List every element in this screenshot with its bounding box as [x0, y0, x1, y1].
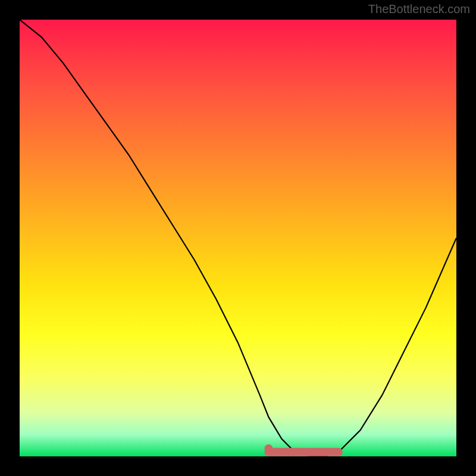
optimal-range-start-dot	[264, 444, 273, 453]
bottleneck-curve-path	[20, 20, 456, 456]
bottleneck-chart	[20, 20, 456, 456]
watermark-text: TheBottleneck.com	[368, 2, 470, 16]
